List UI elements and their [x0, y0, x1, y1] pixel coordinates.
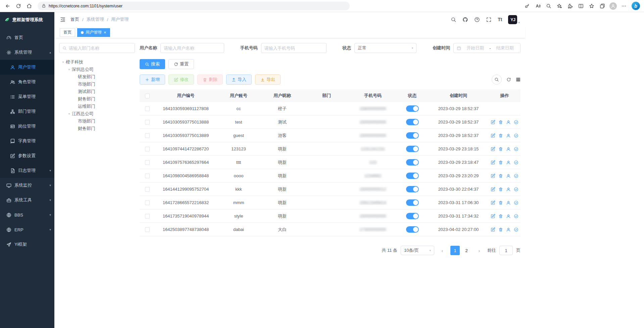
row-checkbox[interactable]	[145, 187, 150, 192]
row-assign-role-icon[interactable]	[514, 227, 518, 232]
sidebar-item[interactable]: 首页	[0, 30, 54, 45]
date-range-picker[interactable]: 开始日期 - 结束日期	[453, 43, 521, 53]
row-assign-role-icon[interactable]	[514, 214, 518, 219]
row-edit-icon[interactable]	[491, 174, 495, 178]
row-edit-icon[interactable]	[491, 120, 495, 125]
row-delete-icon[interactable]	[498, 227, 503, 232]
browser-profile-avatar[interactable]	[608, 1, 618, 11]
sidebar-item[interactable]: 角色管理	[0, 75, 54, 89]
delete-button[interactable]: 删除	[197, 75, 223, 85]
tab[interactable]: 首页	[60, 28, 75, 37]
row-delete-icon[interactable]	[498, 160, 503, 165]
user-avatar[interactable]: YJ ▾	[508, 15, 520, 24]
sidebar-item[interactable]: ERP ▾	[0, 222, 54, 237]
sidebar-item[interactable]: 参数设置	[0, 148, 54, 163]
search-icon[interactable]	[451, 17, 456, 22]
show-search-toggle-button[interactable]	[492, 75, 502, 85]
tree-node[interactable]: ▾ 橙子科技	[59, 58, 135, 66]
goto-page-input[interactable]	[499, 246, 513, 255]
status-toggle[interactable]	[406, 159, 419, 166]
row-assign-role-icon[interactable]	[514, 160, 518, 165]
row-assign-role-icon[interactable]	[514, 174, 518, 178]
row-edit-icon[interactable]	[491, 147, 495, 151]
sidebar-item[interactable]: 部门管理	[0, 104, 54, 119]
sidebar-collapse-icon[interactable]	[60, 16, 66, 22]
row-checkbox[interactable]	[145, 147, 150, 151]
breadcrumb-item[interactable]: 首页	[70, 16, 79, 22]
row-assign-role-icon[interactable]	[514, 187, 518, 192]
row-edit-icon[interactable]	[491, 214, 495, 219]
next-page-button[interactable]: ›	[475, 246, 484, 255]
status-toggle[interactable]	[406, 105, 419, 112]
tree-node[interactable]: 研发部门	[59, 73, 135, 81]
font-size-icon[interactable]: Tt	[498, 17, 502, 22]
row-checkbox[interactable]	[145, 106, 150, 111]
add-button[interactable]: 新增	[140, 75, 165, 85]
sidebar-item[interactable]: 字典管理	[0, 134, 54, 148]
prev-page-button[interactable]: ‹	[438, 246, 447, 255]
row-reset-password-icon[interactable]	[506, 160, 511, 165]
tree-node[interactable]: 财务部门	[59, 95, 135, 103]
browser-home-icon[interactable]	[24, 1, 34, 11]
row-assign-role-icon[interactable]	[514, 147, 518, 151]
tree-node[interactable]: 运维部门	[59, 103, 135, 110]
row-edit-icon[interactable]	[491, 200, 495, 205]
row-reset-password-icon[interactable]	[506, 120, 511, 125]
sidebar-item[interactable]: 日志管理 ▾	[0, 163, 54, 178]
tab[interactable]: 用户管理 ×	[77, 28, 110, 37]
sidebar-item[interactable]: 系统管理 ▴	[0, 45, 54, 60]
row-edit-icon[interactable]	[491, 133, 495, 138]
tree-node[interactable]: ▾ 深圳总公司	[59, 66, 135, 73]
row-delete-icon[interactable]	[498, 147, 503, 151]
department-search-input[interactable]	[69, 46, 132, 51]
page-size-select[interactable]: 10条/页 ▾	[401, 246, 434, 255]
split-screen-icon[interactable]	[576, 1, 586, 11]
status-toggle[interactable]	[406, 213, 419, 219]
status-select[interactable]: 正常 ▾	[354, 43, 416, 53]
sidebar-item[interactable]: 系统工具 ▾	[0, 193, 54, 207]
search-button[interactable]: 搜索	[140, 59, 165, 69]
row-assign-role-icon[interactable]	[514, 133, 518, 138]
address-bar[interactable]: https://ccnetcore.com:1101/system/user	[38, 2, 350, 10]
status-toggle[interactable]	[406, 119, 419, 125]
password-key-icon[interactable]	[522, 1, 532, 11]
page-number-button[interactable]: 2	[462, 246, 471, 255]
row-edit-icon[interactable]	[491, 187, 495, 192]
select-all-checkbox[interactable]	[145, 94, 150, 98]
sidebar-item[interactable]: 系统监控 ▾	[0, 178, 54, 193]
sidebar-item[interactable]: BBS ▾	[0, 207, 54, 222]
zoom-icon[interactable]	[544, 1, 554, 11]
sidebar-item[interactable]: Yi框架	[0, 237, 54, 252]
row-checkbox[interactable]	[145, 160, 150, 165]
username-input[interactable]	[164, 46, 221, 51]
row-delete-icon[interactable]	[498, 174, 503, 178]
status-toggle[interactable]	[406, 146, 419, 152]
sidebar-item[interactable]: 岗位管理	[0, 119, 54, 134]
tree-node[interactable]: 财务部门	[59, 125, 135, 132]
phone-input[interactable]	[264, 46, 323, 51]
row-assign-role-icon[interactable]	[514, 200, 518, 205]
collections-icon[interactable]	[597, 1, 607, 11]
row-reset-password-icon[interactable]	[506, 200, 511, 205]
row-checkbox[interactable]	[145, 227, 150, 232]
row-reset-password-icon[interactable]	[506, 133, 511, 138]
row-checkbox[interactable]	[145, 120, 150, 125]
row-edit-icon[interactable]	[491, 160, 495, 165]
import-button[interactable]: 导入	[226, 75, 252, 85]
reset-button[interactable]: 重置	[168, 59, 194, 69]
row-reset-password-icon[interactable]	[506, 227, 511, 232]
sidebar-item[interactable]: 菜单管理	[0, 89, 54, 104]
status-toggle[interactable]	[406, 199, 419, 206]
edit-button[interactable]: 修改	[168, 75, 194, 85]
tree-node[interactable]: 市场部门	[59, 118, 135, 125]
favorites-icon[interactable]	[587, 1, 597, 11]
row-reset-password-icon[interactable]	[506, 174, 511, 178]
tree-node[interactable]: 市场部门	[59, 81, 135, 88]
refresh-table-icon[interactable]	[506, 77, 511, 82]
tree-node[interactable]: ▾ 江西总公司	[59, 110, 135, 118]
status-toggle[interactable]	[406, 186, 419, 192]
row-checkbox[interactable]	[145, 214, 150, 219]
export-button[interactable]: 导出	[255, 75, 281, 85]
row-delete-icon[interactable]	[498, 133, 503, 138]
row-checkbox[interactable]	[145, 174, 150, 178]
